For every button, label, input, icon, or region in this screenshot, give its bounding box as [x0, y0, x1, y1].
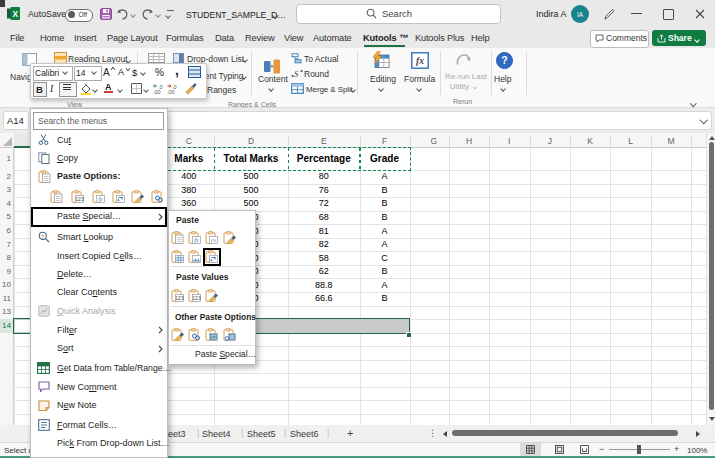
svg-text:X: X [12, 9, 18, 19]
svg-text:fx: fx [195, 237, 200, 243]
svg-text:.00: .00 [153, 89, 161, 95]
svg-text:?: ? [501, 54, 507, 66]
svg-text:123: 123 [75, 196, 84, 202]
svg-text:123: 123 [193, 295, 202, 301]
svg-text:fx: fx [416, 56, 424, 66]
svg-text:fx: fx [99, 196, 104, 202]
svg-text:123: 123 [175, 295, 184, 301]
svg-text:f%: f% [211, 238, 216, 243]
svg-text:.00: .00 [167, 89, 175, 95]
svg-text:S: S [294, 69, 299, 79]
